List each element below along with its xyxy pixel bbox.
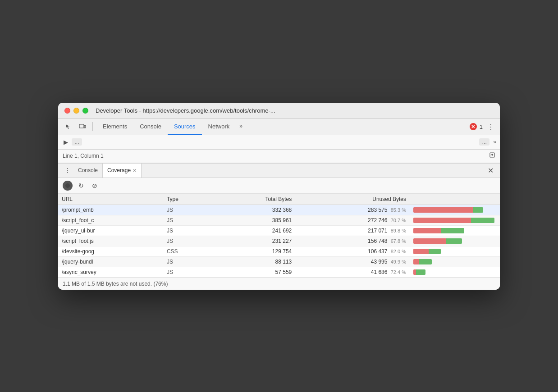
devtools-toolbar: Elements Console Sources Network » ✕ 1 ⋮ xyxy=(58,119,500,135)
cell-unused-bytes: 41 686 72.4 % xyxy=(295,267,410,277)
main-tabs: Elements Console Sources Network » xyxy=(96,119,468,135)
toolbar-right: ✕ 1 ⋮ xyxy=(470,123,496,131)
scroll-to-top-button[interactable] xyxy=(489,152,495,160)
window-title: Developer Tools - https://developers.goo… xyxy=(96,107,494,114)
drawer-tab-coverage[interactable]: Coverage ✕ xyxy=(102,164,142,178)
cell-total-bytes: 241 692 xyxy=(211,225,296,236)
cell-total-bytes: 88 113 xyxy=(211,256,296,267)
cell-bar xyxy=(410,205,500,215)
device-toggle-icon[interactable] xyxy=(76,120,89,133)
col-url[interactable]: URL xyxy=(58,194,163,205)
cell-type: JS xyxy=(163,215,211,225)
clear-button[interactable]: ⊘ xyxy=(90,181,100,191)
error-icon: ✕ xyxy=(470,123,477,130)
table-row[interactable]: /jquery_ui-burJS241 692217 071 89.8 % xyxy=(58,225,500,236)
cell-unused-bytes: 43 995 49.9 % xyxy=(295,256,410,267)
titlebar: Developer Tools - https://developers.goo… xyxy=(58,103,500,119)
table-row[interactable]: /prompt_embJS332 368283 575 85.3 % xyxy=(58,205,500,215)
tab-console[interactable]: Console xyxy=(133,119,168,135)
maximize-button[interactable] xyxy=(82,108,88,114)
table-row[interactable]: /devsite-googCSS129 754106 437 82.0 % xyxy=(58,246,500,256)
cell-type: JS xyxy=(163,205,211,215)
secondary-toolbar: ▶ … … » xyxy=(58,135,500,150)
more-sources-icon[interactable]: » xyxy=(493,139,496,145)
cell-url: /script_foot.js xyxy=(58,236,163,246)
cell-url: /prompt_emb xyxy=(58,205,163,215)
devtools-window: Developer Tools - https://developers.goo… xyxy=(58,103,500,290)
cell-type: JS xyxy=(163,256,211,267)
tab-sources[interactable]: Sources xyxy=(168,119,202,135)
traffic-lights xyxy=(64,108,88,114)
drawer-close-button[interactable]: ✕ xyxy=(485,166,496,175)
coverage-table-container: URL Type Total Bytes Unused Bytes /promp… xyxy=(58,194,500,278)
cell-bar xyxy=(410,225,500,236)
source-path: … xyxy=(74,139,79,145)
cell-type: CSS xyxy=(163,246,211,256)
coverage-toolbar: ↻ ⊘ xyxy=(58,178,500,194)
cell-total-bytes: 57 559 xyxy=(211,267,296,277)
drawer-menu-icon[interactable]: ⋮ xyxy=(62,167,73,174)
table-row[interactable]: /async_surveyJS57 55941 686 72.4 % xyxy=(58,267,500,277)
footer-text: 1.1 MB of 1.5 MB bytes are not used. (76… xyxy=(63,281,168,287)
more-menu-button[interactable]: ⋮ xyxy=(485,123,496,131)
cell-bar xyxy=(410,256,500,267)
cell-unused-bytes: 156 748 67.8 % xyxy=(295,236,410,246)
cell-total-bytes: 231 227 xyxy=(211,236,296,246)
source-breadcrumb-item[interactable]: … xyxy=(72,138,82,146)
svg-rect-1 xyxy=(84,125,86,128)
cell-type: JS xyxy=(163,225,211,236)
drawer: ⋮ Console Coverage ✕ ✕ ↻ ⊘ xyxy=(58,163,500,290)
minimize-button[interactable] xyxy=(73,108,79,114)
table-row[interactable]: /script_foot.jsJS231 227156 748 67.8 % xyxy=(58,236,500,246)
error-count: 1 xyxy=(480,123,483,130)
cell-unused-bytes: 272 746 70.7 % xyxy=(295,215,410,225)
cell-total-bytes: 332 368 xyxy=(211,205,296,215)
cell-url: /jquery-bundl xyxy=(58,256,163,267)
source-filter-item[interactable]: … xyxy=(479,138,489,146)
cell-url: /script_foot_c xyxy=(58,215,163,225)
cell-type: JS xyxy=(163,236,211,246)
tab-elements[interactable]: Elements xyxy=(96,119,133,135)
cell-unused-bytes: 217 071 89.8 % xyxy=(295,225,410,236)
col-type[interactable]: Type xyxy=(163,194,211,205)
close-button[interactable] xyxy=(64,108,70,114)
drawer-tab-console[interactable]: Console xyxy=(73,164,102,178)
coverage-tab-close[interactable]: ✕ xyxy=(133,168,137,173)
cell-bar xyxy=(410,215,500,225)
cell-bar xyxy=(410,267,500,277)
cell-type: JS xyxy=(163,267,211,277)
tab-network[interactable]: Network xyxy=(202,119,236,135)
tab-more[interactable]: » xyxy=(236,119,246,135)
col-bar xyxy=(410,194,500,205)
cell-unused-bytes: 106 437 82.0 % xyxy=(295,246,410,256)
line-col-indicator: Line 1, Column 1 xyxy=(63,153,104,159)
reload-button[interactable]: ↻ xyxy=(76,181,86,191)
table-row[interactable]: /jquery-bundlJS88 11343 995 49.9 % xyxy=(58,256,500,267)
cell-url: /devsite-goog xyxy=(58,246,163,256)
cell-total-bytes: 385 961 xyxy=(211,215,296,225)
svg-rect-0 xyxy=(79,124,84,128)
col-total-bytes[interactable]: Total Bytes xyxy=(211,194,296,205)
table-header-row: URL Type Total Bytes Unused Bytes xyxy=(58,194,500,205)
coverage-footer: 1.1 MB of 1.5 MB bytes are not used. (76… xyxy=(58,278,500,290)
cell-url: /async_survey xyxy=(58,267,163,277)
cell-bar xyxy=(410,236,500,246)
breadcrumb-bar: Line 1, Column 1 xyxy=(58,150,500,163)
coverage-table: URL Type Total Bytes Unused Bytes /promp… xyxy=(58,194,500,278)
table-row[interactable]: /script_foot_cJS385 961272 746 70.7 % xyxy=(58,215,500,225)
cursor-icon[interactable] xyxy=(62,120,74,133)
play-icon[interactable]: ▶ xyxy=(62,138,70,146)
cell-url: /jquery_ui-bur xyxy=(58,225,163,236)
toolbar-separator xyxy=(92,122,93,131)
col-unused-bytes[interactable]: Unused Bytes xyxy=(295,194,410,205)
cell-bar xyxy=(410,246,500,256)
cell-unused-bytes: 283 575 85.3 % xyxy=(295,205,410,215)
drawer-tabs-row: ⋮ Console Coverage ✕ ✕ xyxy=(58,164,500,178)
cell-total-bytes: 129 754 xyxy=(211,246,296,256)
record-button[interactable] xyxy=(63,181,73,191)
